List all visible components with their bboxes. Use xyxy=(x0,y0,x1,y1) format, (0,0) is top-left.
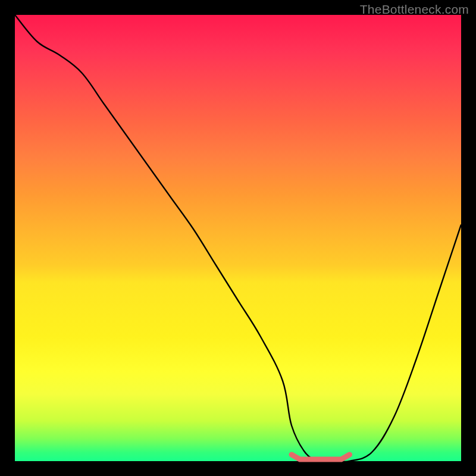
chart-canvas: TheBottleneck.com xyxy=(0,0,476,476)
watermark-label: TheBottleneck.com xyxy=(360,2,469,17)
optimal-range-marker xyxy=(292,455,350,459)
bottleneck-curve xyxy=(15,15,461,462)
chart-curve-layer xyxy=(15,15,461,461)
